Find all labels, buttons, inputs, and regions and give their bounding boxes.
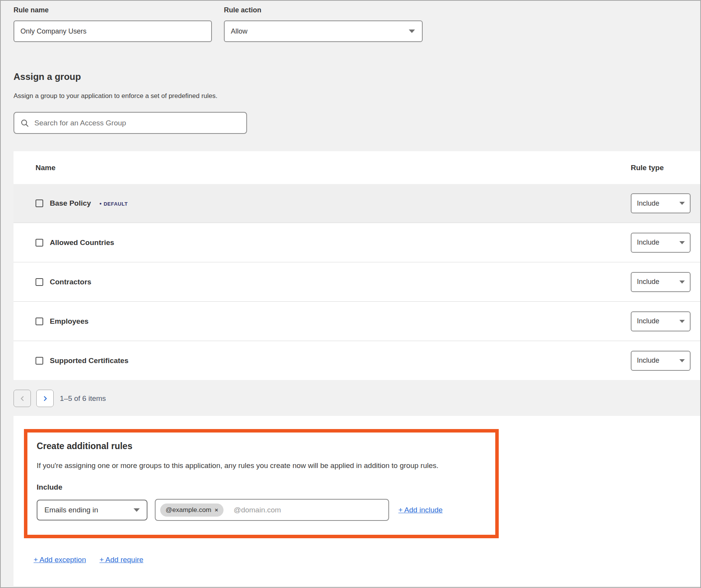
default-badge: •DEFAULT [100, 200, 128, 207]
rule-type-value: Include [637, 238, 659, 247]
row-checkbox[interactable] [36, 278, 43, 286]
email-domain-chip: @example.com × [160, 504, 224, 517]
condition-value: Emails ending in [44, 506, 98, 514]
add-require-link[interactable]: + Add require [100, 556, 144, 564]
next-page-button[interactable] [36, 390, 54, 407]
additional-rules-heading: Create additional rules [37, 441, 486, 451]
chevron-down-icon [409, 30, 415, 33]
chevron-down-icon [134, 508, 140, 512]
row-checkbox[interactable] [36, 357, 43, 365]
rule-type-select[interactable]: Include [631, 233, 691, 253]
chip-remove-icon[interactable]: × [215, 507, 218, 513]
add-exception-link[interactable]: + Add exception [34, 556, 86, 564]
rule-action-select[interactable]: Allow [224, 20, 423, 42]
table-row[interactable]: Base Policy •DEFAULT Include [14, 184, 700, 223]
column-header-name: Name [36, 164, 56, 172]
row-name: Employees [50, 317, 88, 326]
rule-type-select[interactable]: Include [631, 272, 691, 292]
table-row[interactable]: Employees Include [14, 301, 700, 341]
chevron-down-icon [679, 280, 685, 284]
chevron-down-icon [679, 241, 685, 244]
additional-rules-card: Create additional rules If you're assign… [14, 416, 700, 586]
condition-select[interactable]: Emails ending in [37, 500, 147, 520]
rule-type-value: Include [637, 357, 659, 365]
rule-form: Rule name Only Company Users Rule action… [14, 6, 423, 42]
rule-type-select[interactable]: Include [631, 351, 691, 371]
search-icon [20, 119, 29, 127]
table-row[interactable]: Allowed Countries Include [14, 223, 700, 262]
chevron-down-icon [679, 202, 685, 205]
access-group-search-input[interactable]: Search for an Access Group [14, 112, 247, 134]
chip-label: @example.com [166, 506, 211, 514]
column-header-rule-type: Rule type [631, 164, 691, 172]
input-placeholder: @domain.com [234, 506, 281, 514]
pagination: 1–5 of 6 items [14, 390, 106, 407]
row-name: Allowed Countries [50, 238, 114, 247]
highlight-outline: Create additional rules If you're assign… [24, 429, 499, 538]
rule-type-value: Include [637, 317, 659, 325]
email-domain-input[interactable]: @example.com × @domain.com [155, 499, 389, 521]
rule-type-value: Include [637, 278, 659, 286]
table-row[interactable]: Supported Certificates Include [14, 341, 700, 380]
rule-action-field-group: Rule action Allow [224, 6, 423, 42]
row-checkbox[interactable] [36, 199, 43, 207]
rule-name-value: Only Company Users [20, 27, 86, 35]
row-name: Supported Certificates [50, 357, 129, 365]
search-placeholder: Search for an Access Group [34, 119, 126, 127]
rule-configuration-page: Rule name Only Company Users Rule action… [0, 0, 701, 588]
previous-page-button[interactable] [14, 390, 31, 407]
badge-text: DEFAULT [103, 201, 127, 207]
rule-type-value: Include [637, 199, 659, 208]
include-rule-row: Emails ending in @example.com × @domain.… [37, 499, 486, 521]
row-name: Contractors [50, 278, 91, 286]
rule-type-select[interactable]: Include [631, 193, 691, 213]
row-name: Base Policy [50, 199, 91, 208]
pagination-label: 1–5 of 6 items [60, 394, 106, 403]
chevron-left-icon [20, 395, 25, 402]
table-row[interactable]: Contractors Include [14, 262, 700, 301]
access-group-table: Name Rule type Base Policy •DEFAULT Incl… [14, 151, 700, 380]
table-header-row: Name Rule type [14, 151, 700, 184]
rule-action-value: Allow [231, 27, 247, 35]
rule-name-input[interactable]: Only Company Users [14, 20, 212, 42]
rule-type-select[interactable]: Include [631, 311, 691, 331]
chevron-down-icon [679, 359, 685, 362]
rule-action-label: Rule action [224, 6, 423, 14]
rule-name-field-group: Rule name Only Company Users [14, 6, 212, 42]
row-checkbox[interactable] [36, 318, 43, 325]
include-label: Include [37, 483, 486, 492]
chevron-down-icon [679, 320, 685, 323]
add-include-link[interactable]: + Add include [398, 506, 443, 514]
row-checkbox[interactable] [36, 239, 43, 247]
rule-links: + Add exception + Add require [34, 556, 143, 564]
assign-group-description: Assign a group to your application to en… [14, 92, 217, 100]
rule-name-label: Rule name [14, 6, 212, 14]
badge-bullet: • [100, 200, 102, 207]
additional-rules-description: If you're assigning one or more groups t… [37, 461, 486, 470]
chevron-right-icon [42, 395, 48, 402]
assign-group-heading: Assign a group [14, 71, 81, 82]
